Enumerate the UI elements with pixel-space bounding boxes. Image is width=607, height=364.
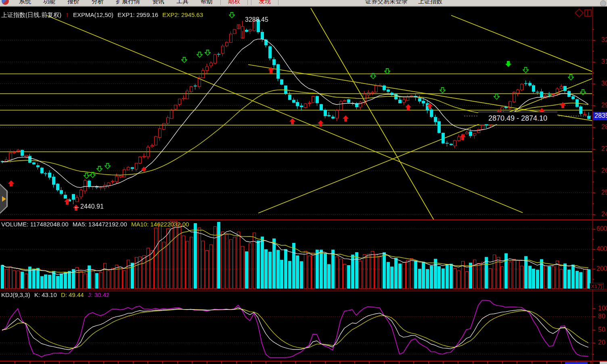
time-axis-tick <box>88 362 89 364</box>
axis-tick <box>592 308 595 309</box>
time-axis-line <box>0 361 607 362</box>
time-axis-tick <box>428 362 429 364</box>
time-axis-tick <box>546 362 547 364</box>
axis-tick <box>592 40 595 41</box>
last-price-badge: 2835 <box>593 112 607 120</box>
time-axis-tick <box>133 362 134 364</box>
app-logo-icon[interactable] <box>2 0 9 5</box>
time-axis-tick <box>561 362 562 364</box>
axis-tick <box>592 330 595 331</box>
kdj-j-value: J: 30.42 <box>88 291 109 298</box>
sell-signal-arrow-icon <box>568 74 574 80</box>
split-window-icon[interactable] <box>584 9 592 17</box>
axis-label: 80 <box>598 313 605 320</box>
expma-indicator-label[interactable]: EXPMA(12,50) <box>73 11 113 18</box>
price-axis-line <box>592 7 593 364</box>
expand-triangle-icon <box>2 196 6 202</box>
axis-label: 2900.00 <box>601 102 607 109</box>
exp2-value: EXP2: 2945.63 <box>162 11 203 18</box>
kdj-header: KDJ(9,3,3) K: 43.10 D: 49.44 J: 30.42 <box>1 291 112 298</box>
axis-label: 2800.00 <box>601 123 607 131</box>
axis-tick <box>592 203 594 204</box>
time-axis-tick <box>310 362 311 364</box>
menu-item-2[interactable]: 报价 <box>61 0 86 5</box>
buy-signal-arrow-icon <box>289 118 295 124</box>
time-axis-tick <box>280 362 281 364</box>
sell-signal-arrow-icon <box>370 73 376 79</box>
sell-signal-arrow-icon <box>205 50 211 56</box>
axis-label: 50 <box>598 326 605 333</box>
horizontal-scrollbar-thumb[interactable] <box>565 362 588 364</box>
chart-canvas[interactable] <box>0 0 607 364</box>
menu-item-8[interactable]: 期权 <box>220 0 248 5</box>
menu-item-9[interactable]: 发现 <box>251 0 278 5</box>
axis-tick <box>592 239 594 240</box>
axis-tick <box>592 259 594 260</box>
axis-tick <box>592 229 595 230</box>
axis-tick <box>592 105 595 106</box>
axis-tick <box>592 192 595 193</box>
time-axis-tick <box>458 362 458 364</box>
axis-tick <box>592 51 594 52</box>
time-axis-tick <box>473 362 473 364</box>
sell-signal-arrow-icon <box>523 67 529 73</box>
buy-signal-arrow-icon <box>268 67 274 73</box>
sell-signal-arrow-icon <box>84 173 90 179</box>
time-axis-tick <box>369 362 370 364</box>
price-annotation-2: 2870.49 - 2874.10 <box>478 112 557 124</box>
buy-signal-arrow-icon <box>460 134 466 140</box>
window-corner-grip[interactable] <box>600 362 607 364</box>
axis-tick <box>592 29 594 30</box>
axis-tick <box>592 84 595 84</box>
time-axis-tick <box>399 362 400 364</box>
menu-item-4[interactable]: 扩展行情 <box>110 0 146 5</box>
price-annotation-0: 3288.45 <box>245 16 268 23</box>
menu-item-6[interactable]: 工具 <box>170 0 195 5</box>
volume-header: VOLUME: 117482048.00 MA5: 134472192.00 M… <box>1 221 191 228</box>
time-axis-tick <box>517 362 517 364</box>
time-axis-tick <box>266 362 266 364</box>
trade-login-status[interactable]: 证券交易未登录 <box>365 0 408 5</box>
axis-tick <box>592 127 595 128</box>
axis-tick <box>592 316 595 317</box>
sell-signal-arrow-icon <box>384 68 390 74</box>
menu-item-0[interactable]: 系统 <box>13 0 37 5</box>
axis-label: 3100.00 <box>601 58 607 65</box>
sell-signal-arrow-icon <box>181 57 187 63</box>
diamond-signal-icon <box>141 166 147 172</box>
chart-title: 上证指数(日线.前复权) <box>1 11 61 18</box>
volume-value: VOLUME: 117482048.00 <box>1 221 69 228</box>
menu-item-5[interactable]: 资讯 <box>146 0 170 5</box>
exp1-value: EXP1: 2959.16 <box>117 11 158 18</box>
buy-signal-arrow-icon <box>560 102 566 108</box>
axis-tick <box>592 182 594 182</box>
menu-item-3[interactable]: 分析 <box>86 0 110 5</box>
sell-signal-arrow-icon <box>105 163 111 169</box>
time-axis-tick <box>295 362 296 364</box>
time-axis-tick <box>354 362 355 364</box>
kdj-indicator-label[interactable]: KDJ(9,3,3) <box>1 291 30 298</box>
current-index-label[interactable]: 上证指数 <box>418 0 442 5</box>
time-axis-tick <box>325 362 326 364</box>
axis-label: 3000.00 <box>601 80 607 87</box>
time-axis-tick <box>487 362 488 364</box>
axis-tick <box>592 354 594 355</box>
axis-tick <box>592 62 595 63</box>
sell-signal-arrow-icon <box>440 87 446 93</box>
menu-item-1[interactable]: 功能 <box>37 0 61 5</box>
axis-label: 2400.00 <box>601 211 607 218</box>
axis-label: 2000 <box>597 265 607 272</box>
time-axis-tick <box>59 362 60 364</box>
toolbar-scroll-button[interactable] <box>600 0 606 6</box>
axis-tick <box>592 214 595 215</box>
axis-label: 2600.00 <box>601 167 607 174</box>
axis-tick <box>592 94 594 95</box>
menu-item-7[interactable]: 帮助 <box>195 0 219 5</box>
time-axis-tick <box>103 362 104 364</box>
time-axis-tick <box>590 362 591 364</box>
axis-tick <box>592 73 594 73</box>
axis-label: 100 <box>598 305 607 312</box>
axis-label: 6000 <box>597 225 607 232</box>
sell-signal-solid-arrow-icon <box>505 61 511 67</box>
sell-signal-arrow-icon <box>580 89 586 95</box>
